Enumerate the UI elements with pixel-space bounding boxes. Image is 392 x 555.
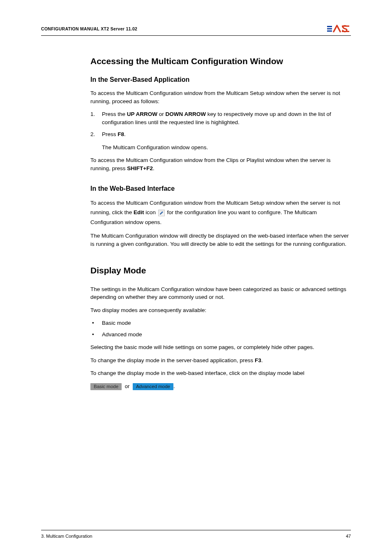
evs-logo <box>327 25 351 33</box>
paragraph: To access the Multicam Configuration win… <box>90 89 351 105</box>
subheading-web-based: In the Web-Based Interface <box>90 185 351 192</box>
page: CONFIGURATION MANUAL XT2 Server 11.02 Ac… <box>0 0 392 555</box>
paragraph: The settings in the Multicam Configurati… <box>90 285 351 301</box>
subheading-server-based: In the Server-Based Application <box>90 76 351 83</box>
content: Accessing the Multicam Configuration Win… <box>90 56 351 391</box>
svg-rect-4 <box>342 31 349 32</box>
svg-rect-3 <box>342 25 349 27</box>
list-item: Press F8. <box>90 130 351 139</box>
paragraph: Selecting the basic mode will hide setti… <box>90 343 351 352</box>
footer-page-number: 47 <box>346 534 351 539</box>
edit-icon <box>158 210 165 216</box>
paragraph: To change the display mode in the web-ba… <box>90 369 351 377</box>
svg-rect-2 <box>327 30 332 32</box>
text: To access the Multicam Configuration win… <box>90 157 331 171</box>
paragraph: Two display modes are consequently avail… <box>90 306 351 314</box>
ordered-list: Press the UP ARROW or DOWN ARROW key to … <box>90 110 351 139</box>
text: . <box>173 383 175 389</box>
paragraph: To change the display mode in the server… <box>90 356 351 365</box>
or-text: or <box>123 383 131 389</box>
edit-label: Edit <box>134 209 144 215</box>
key-f3: F3 <box>255 357 261 363</box>
header: CONFIGURATION MANUAL XT2 Server 11.02 <box>41 25 351 36</box>
mode-buttons-line: Basic mode or Advanced mode. <box>90 382 351 391</box>
footer-left: 3. Multicam Configuration <box>41 534 92 539</box>
text: or <box>157 111 166 117</box>
key-shift-f2: SHIFT+F2 <box>127 165 153 171</box>
basic-mode-button[interactable]: Basic mode <box>90 383 122 391</box>
key-up-arrow: UP ARROW <box>127 111 157 117</box>
section-heading-accessing: Accessing the Multicam Configuration Win… <box>90 56 351 66</box>
key-f8: F8 <box>118 131 124 137</box>
text: . <box>153 165 154 171</box>
list-item: Press the UP ARROW or DOWN ARROW key to … <box>90 110 351 126</box>
footer: 3. Multicam Configuration 47 <box>41 530 351 539</box>
text: . <box>124 131 126 137</box>
text: Press the <box>102 111 127 117</box>
advanced-mode-button[interactable]: Advanced mode <box>133 383 173 391</box>
svg-rect-1 <box>327 28 332 30</box>
paragraph: To access the Multicam Configuration win… <box>90 156 351 172</box>
paragraph: The Multicam Configuration window will d… <box>90 232 351 248</box>
text: icon <box>144 209 157 215</box>
list-item: Advanced mode <box>90 331 351 339</box>
key-down-arrow: DOWN ARROW <box>166 111 206 117</box>
bullet-list: Basic mode Advanced mode <box>90 319 351 338</box>
sub-paragraph: The Multicam Configuration window opens. <box>102 143 351 152</box>
text: . <box>261 357 263 363</box>
list-item: Basic mode <box>90 319 351 327</box>
text: To change the display mode in the server… <box>90 357 255 363</box>
text: Press <box>102 131 118 137</box>
header-title: CONFIGURATION MANUAL XT2 Server 11.02 <box>41 26 137 31</box>
paragraph: To access the Multicam Configuration win… <box>90 198 351 227</box>
section-heading-display-mode: Display Mode <box>90 266 351 275</box>
svg-rect-0 <box>327 26 332 27</box>
